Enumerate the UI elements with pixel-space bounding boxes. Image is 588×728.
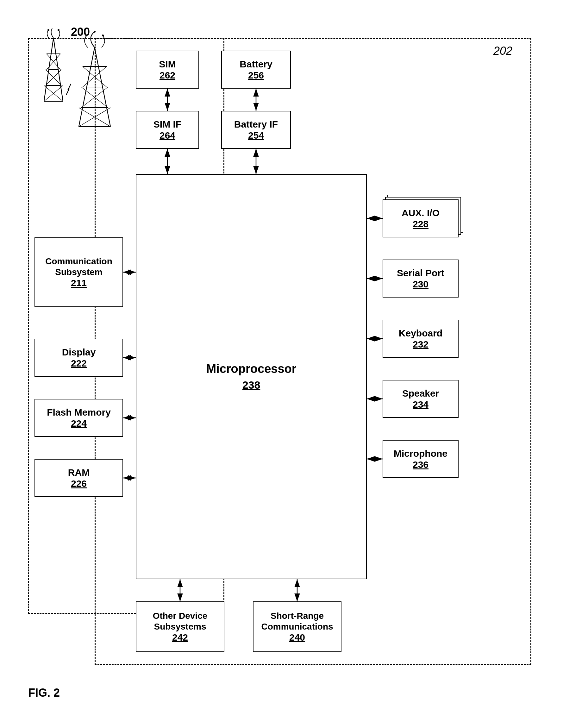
- display-box: Display 222: [35, 339, 123, 377]
- keyboard-number: 232: [413, 339, 428, 350]
- microphone-box: Microphone 236: [383, 440, 459, 478]
- keyboard-box: Keyboard 232: [383, 320, 459, 358]
- mp-label-container: Microprocessor 238: [206, 175, 296, 579]
- sim-number: 262: [160, 70, 175, 81]
- shortrange-label: Short-RangeCommunications: [261, 610, 333, 632]
- comm-subsystem-box: CommunicationSubsystem 211: [35, 237, 123, 307]
- aux-io-box: AUX. I/O 228: [383, 200, 459, 237]
- other-label: Other DeviceSubsystems: [153, 610, 208, 632]
- page-container: 200 202: [0, 0, 588, 728]
- serial-number: 230: [413, 279, 428, 290]
- flash-memory-box: Flash Memory 224: [35, 399, 123, 437]
- flash-label: Flash Memory: [47, 407, 111, 418]
- svg-point-27: [85, 35, 87, 36]
- microphone-label: Microphone: [394, 448, 447, 459]
- simif-number: 264: [160, 130, 175, 141]
- serial-port-box: Serial Port 230: [383, 259, 459, 297]
- label-202: 202: [493, 44, 512, 58]
- svg-point-29: [102, 35, 104, 36]
- shortrange-number: 240: [289, 632, 305, 643]
- battery256-number: 256: [248, 70, 264, 81]
- comm-number: 211: [71, 277, 87, 288]
- batteryif-number: 254: [248, 130, 264, 141]
- ram-label: RAM: [68, 467, 89, 478]
- flash-number: 224: [71, 418, 87, 429]
- speaker-label: Speaker: [402, 388, 439, 399]
- speaker-number: 234: [413, 399, 428, 410]
- svg-point-12: [47, 29, 49, 31]
- microphone-number: 236: [413, 459, 428, 470]
- simif-label: SIM IF: [153, 119, 181, 130]
- serial-label: Serial Port: [397, 268, 444, 279]
- battery256-label: Battery: [239, 59, 272, 70]
- svg-point-28: [94, 31, 96, 33]
- svg-point-14: [58, 29, 60, 31]
- diagram-area: 200 202: [25, 19, 563, 709]
- sim-box: SIM 262: [136, 50, 199, 89]
- other-number: 242: [172, 632, 188, 643]
- short-range-box: Short-RangeCommunications 240: [253, 601, 341, 652]
- batteryif-label: Battery IF: [234, 119, 278, 130]
- other-device-box: Other DeviceSubsystems 242: [136, 601, 224, 652]
- ram-box: RAM 226: [35, 459, 123, 497]
- simif-box: SIM IF 264: [136, 111, 199, 149]
- aux-number: 228: [413, 219, 428, 229]
- display-label: Display: [62, 347, 96, 358]
- speaker-box: Speaker 234: [383, 380, 459, 418]
- antenna-drawing: [31, 28, 132, 149]
- batteryif-box: Battery IF 254: [221, 111, 291, 149]
- sim-label: SIM: [159, 59, 176, 70]
- microprocessor-box: Microprocessor 238: [136, 174, 367, 579]
- display-number: 222: [71, 358, 87, 369]
- ram-number: 226: [71, 478, 87, 489]
- microprocessor-label: Microprocessor: [206, 362, 296, 376]
- microprocessor-number: 238: [243, 379, 260, 391]
- battery256-box: Battery 256: [221, 50, 291, 89]
- comm-label: CommunicationSubsystem: [45, 256, 112, 277]
- aux-label: AUX. I/O: [402, 207, 440, 219]
- figure-label: FIG. 2: [28, 686, 60, 700]
- keyboard-label: Keyboard: [399, 328, 442, 339]
